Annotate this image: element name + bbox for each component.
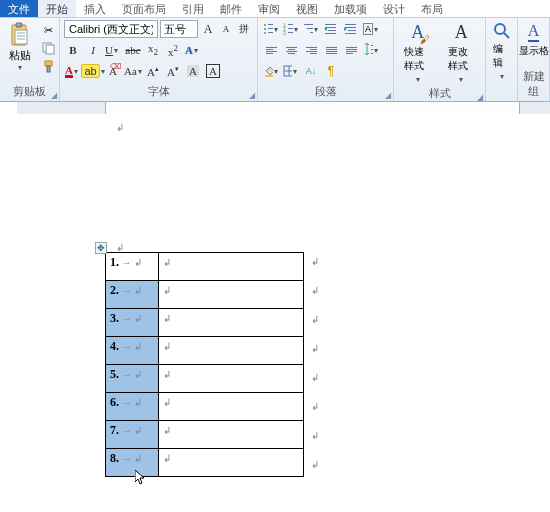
shrink-font-2-button[interactable]: A▾: [164, 62, 182, 80]
font-shrink-icon: A▾: [167, 65, 179, 78]
align-right-button[interactable]: [302, 41, 320, 59]
grow-font-2-button[interactable]: A▴: [144, 62, 162, 80]
align-left-button[interactable]: [262, 41, 280, 59]
highlight-button[interactable]: ab▾: [84, 62, 102, 80]
font-name-combo[interactable]: [64, 20, 158, 38]
group-custom: A 显示格 新建组: [518, 18, 550, 101]
shrink-font-button[interactable]: A: [218, 21, 234, 37]
group-paragraph: ▾ 123▾ ▾ A▾ ▾ ▾ ▾: [258, 18, 394, 101]
tab-file[interactable]: 文件: [0, 0, 38, 17]
group-font-label: 字体: [148, 85, 170, 97]
group-editing-label: [486, 99, 517, 101]
quick-styles-icon: A🖌: [411, 22, 424, 43]
copy-button[interactable]: [40, 40, 56, 56]
svg-rect-25: [325, 24, 336, 25]
paste-button[interactable]: 粘贴 ▾: [4, 20, 36, 74]
svg-line-43: [504, 33, 509, 38]
asian-layout-button[interactable]: A▾: [362, 20, 380, 38]
tab-insert[interactable]: 插入: [76, 0, 114, 17]
tab-review[interactable]: 审阅: [250, 0, 288, 17]
horizontal-ruler[interactable]: [17, 102, 550, 114]
styles-launcher[interactable]: ◢: [477, 93, 483, 102]
line-spacing-button[interactable]: ▾: [362, 41, 380, 59]
paragraph-launcher[interactable]: ◢: [385, 91, 391, 100]
tab-references[interactable]: 引用: [174, 0, 212, 17]
group-clipboard: 粘贴 ▾ ✂ 剪贴板◢: [0, 18, 60, 101]
align-center-icon: [286, 47, 297, 54]
find-icon: [493, 22, 511, 40]
highlight-icon: ab: [81, 64, 99, 78]
strike-icon: abc: [125, 44, 140, 56]
cell-number: 2.: [110, 283, 119, 297]
subscript-button[interactable]: x2: [144, 41, 162, 59]
ribbon-tabs: 文件 开始 插入 页面布局 引用 邮件 审阅 视图 加载项 设计 布局: [0, 0, 550, 18]
bullets-button[interactable]: ▾: [262, 20, 280, 38]
cell-number: 8.: [110, 451, 119, 465]
change-case-button[interactable]: Aa▾: [124, 62, 142, 80]
multilevel-icon: [303, 23, 313, 35]
group-font: A A 拼 B I U▾ abc x2 x2 A▾ A▾ ab▾ A⌫: [60, 18, 258, 101]
sort-button[interactable]: A↓: [302, 62, 320, 80]
borders-button[interactable]: ▾: [282, 62, 300, 80]
tab-page-layout[interactable]: 页面布局: [114, 0, 174, 17]
clear-formatting-button[interactable]: A⌫: [104, 62, 122, 80]
tab-addins[interactable]: 加载项: [326, 0, 375, 17]
paste-icon: [8, 22, 32, 48]
ribbon: 粘贴 ▾ ✂ 剪贴板◢ A A 拼 B: [0, 18, 550, 102]
quick-styles-button[interactable]: A🖌 快速样式 ▾: [398, 20, 438, 86]
reveal-formatting-icon: A: [528, 22, 540, 42]
align-center-button[interactable]: [282, 41, 300, 59]
underline-button[interactable]: U▾: [104, 41, 122, 59]
paste-dropdown-icon[interactable]: ▾: [18, 63, 22, 72]
char-border-button[interactable]: A: [204, 62, 222, 80]
align-justify-button[interactable]: [322, 41, 340, 59]
decrease-indent-button[interactable]: [322, 20, 340, 38]
svg-rect-31: [345, 27, 356, 28]
cut-button[interactable]: ✂: [40, 22, 56, 38]
svg-point-42: [495, 24, 505, 34]
document-area: ↲ ↲ ✥ 1. → ↲↲ 2. → ↲↲ 3. → ↲↲ 4. → ↲↲ 5.…: [0, 102, 550, 512]
svg-rect-34: [345, 33, 356, 34]
change-styles-button[interactable]: A 更改样式 ▾: [442, 20, 482, 86]
tab-view[interactable]: 视图: [288, 0, 326, 17]
bold-button[interactable]: B: [64, 41, 82, 59]
clipboard-launcher[interactable]: ◢: [51, 91, 57, 100]
multilevel-button[interactable]: ▾: [302, 20, 320, 38]
superscript-button[interactable]: x2: [164, 41, 182, 59]
distributed-button[interactable]: [342, 41, 360, 59]
numbering-button[interactable]: 123▾: [282, 20, 300, 38]
shading-button[interactable]: ▾: [262, 62, 280, 80]
svg-rect-1: [16, 23, 22, 27]
pinyin-guide-button[interactable]: 拼: [236, 21, 252, 37]
tab-home[interactable]: 开始: [38, 0, 76, 17]
font-color-button[interactable]: A▾: [64, 62, 82, 80]
reveal-formatting-button[interactable]: A 显示格: [513, 20, 551, 60]
grow-font-button[interactable]: A: [200, 21, 216, 37]
change-styles-label: 更改样式: [448, 45, 476, 73]
tab-mailings[interactable]: 邮件: [212, 0, 250, 17]
indent-icon: [344, 23, 358, 35]
line-spacing-icon: [363, 43, 373, 57]
svg-point-10: [264, 24, 266, 26]
group-styles-label: 样式: [429, 87, 451, 99]
svg-point-12: [264, 28, 266, 30]
text-effects-button[interactable]: A▾: [184, 41, 202, 59]
cell-number: 6.: [110, 395, 119, 409]
italic-button[interactable]: I: [84, 41, 102, 59]
strikethrough-button[interactable]: abc: [124, 41, 142, 59]
table-move-handle[interactable]: ✥: [95, 242, 107, 254]
show-marks-button[interactable]: ¶: [322, 62, 340, 80]
quick-styles-label: 快速样式: [404, 45, 432, 73]
bold-icon: B: [69, 44, 76, 56]
word-table[interactable]: ✥ 1. → ↲↲ 2. → ↲↲ 3. → ↲↲ 4. → ↲↲ 5. → ↲…: [105, 252, 304, 477]
tab-layout[interactable]: 布局: [413, 0, 451, 17]
font-launcher[interactable]: ◢: [249, 91, 255, 100]
increase-indent-button[interactable]: [342, 20, 360, 38]
tab-design[interactable]: 设计: [375, 0, 413, 17]
format-painter-button[interactable]: [40, 58, 56, 74]
font-size-combo[interactable]: [160, 20, 198, 38]
brush-icon: [42, 60, 55, 73]
char-shading-button[interactable]: A: [184, 62, 202, 80]
cell-number: 7.: [110, 423, 119, 437]
paragraph-mark: ↲: [116, 122, 124, 133]
